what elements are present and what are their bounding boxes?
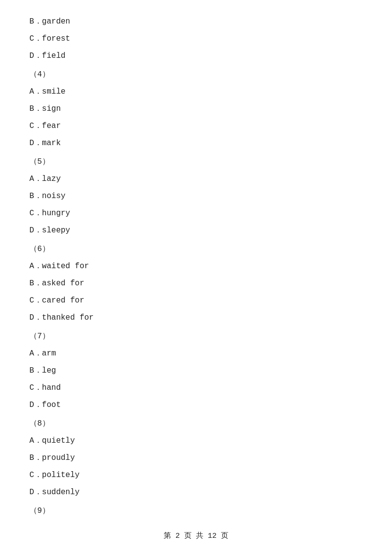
option-a-arm: A．arm bbox=[29, 347, 363, 361]
option-c-hungry: C．hungry bbox=[29, 206, 363, 221]
label-8: （8） bbox=[29, 417, 363, 431]
option-b-asked-for: B．asked for bbox=[29, 277, 363, 291]
option-b-garden: B．garden bbox=[29, 15, 363, 29]
option-a-waited-for: A．waited for bbox=[29, 259, 363, 274]
option-c-forest: C．forest bbox=[29, 32, 363, 46]
label-9: （9） bbox=[29, 504, 363, 518]
option-c-hand: C．hand bbox=[29, 381, 363, 395]
option-d-suddenly: D．suddenly bbox=[29, 485, 363, 500]
label-6: （6） bbox=[29, 242, 363, 256]
page-content: B．garden C．forest D．field （4） A．smile B．… bbox=[0, 0, 392, 551]
option-d-sleepy: D．sleepy bbox=[29, 224, 363, 238]
label-7: （7） bbox=[29, 329, 363, 344]
page-footer: 第 2 页 共 12 页 bbox=[0, 531, 392, 540]
option-c-politely: C．politely bbox=[29, 468, 363, 482]
option-a-smile: A．smile bbox=[29, 85, 363, 99]
option-b-sign: B．sign bbox=[29, 102, 363, 116]
option-a-quietly: A．quietly bbox=[29, 434, 363, 448]
option-b-proudly: B．proudly bbox=[29, 451, 363, 465]
option-d-foot: D．foot bbox=[29, 398, 363, 412]
option-d-field: D．field bbox=[29, 49, 363, 63]
label-5: （5） bbox=[29, 155, 363, 169]
option-c-cared-for: C．cared for bbox=[29, 294, 363, 308]
label-4: （4） bbox=[29, 68, 363, 82]
option-c-fear: C．fear bbox=[29, 119, 363, 133]
option-a-lazy: A．lazy bbox=[29, 172, 363, 186]
option-d-thanked-for: D．thanked for bbox=[29, 311, 363, 325]
option-b-leg: B．leg bbox=[29, 364, 363, 378]
option-b-noisy: B．noisy bbox=[29, 189, 363, 203]
option-d-mark: D．mark bbox=[29, 136, 363, 151]
